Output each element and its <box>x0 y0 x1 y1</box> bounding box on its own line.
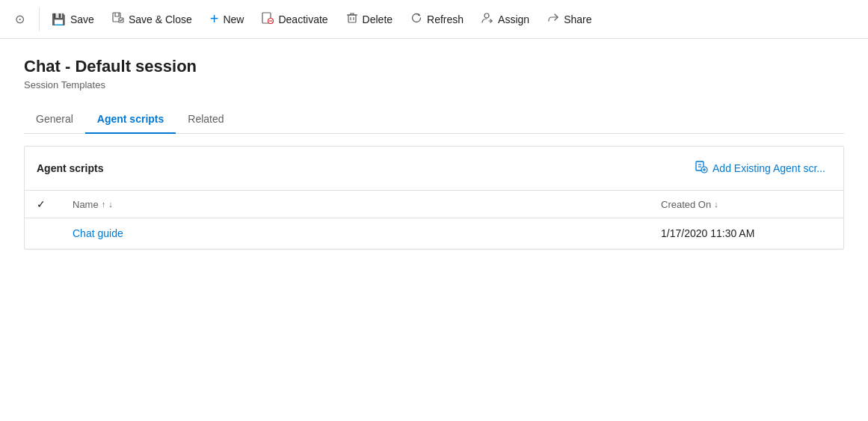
toolbar: ⊙ 💾 Save Save & Close + New <box>0 0 868 39</box>
table-header: ✓ Name ↑ ↓ Created On ↓ <box>25 191 843 218</box>
section-title: Agent scripts <box>37 162 103 174</box>
tab-general[interactable]: General <box>24 105 85 134</box>
assign-icon <box>481 12 493 26</box>
share-button[interactable]: Share <box>538 6 600 33</box>
save-label: Save <box>70 13 94 25</box>
add-existing-label: Add Existing Agent scr... <box>712 162 825 174</box>
page-content: Chat - Default session Session Templates… <box>0 39 868 250</box>
refresh-icon <box>410 12 422 26</box>
deactivate-button[interactable]: Deactivate <box>253 6 336 33</box>
delete-button[interactable]: Delete <box>337 6 401 33</box>
save-close-icon <box>112 12 124 26</box>
page-title: Chat - Default session <box>24 57 844 76</box>
save-button[interactable]: 💾 Save <box>43 6 103 33</box>
section-header: Agent scripts Add Existing Agent scr... <box>25 147 843 191</box>
save-close-label: Save & Close <box>129 13 192 25</box>
deactivate-label: Deactivate <box>278 13 327 25</box>
new-label: New <box>223 13 244 25</box>
new-icon: + <box>210 10 219 28</box>
row-created-on-cell: 1/17/2020 11:30 AM <box>649 218 843 249</box>
name-sort-desc-icon: ↓ <box>108 200 113 209</box>
back-button[interactable]: ⊙ <box>6 6 33 33</box>
delete-label: Delete <box>363 13 393 25</box>
tab-agent-scripts[interactable]: Agent scripts <box>85 105 176 134</box>
name-sort-asc-icon: ↑ <box>102 200 106 209</box>
share-icon <box>547 12 559 26</box>
col-header-check: ✓ <box>25 191 61 218</box>
refresh-label: Refresh <box>427 13 464 25</box>
page-subtitle: Session Templates <box>24 79 844 90</box>
svg-point-10 <box>484 13 489 18</box>
agent-scripts-section: Agent scripts Add Existing Agent scr... <box>24 146 844 250</box>
tab-related[interactable]: Related <box>176 105 236 134</box>
assign-label: Assign <box>498 13 529 25</box>
tab-bar: General Agent scripts Related <box>24 105 844 134</box>
share-label: Share <box>564 13 591 25</box>
col-header-name[interactable]: Name ↑ ↓ <box>61 191 649 218</box>
col-header-created-on[interactable]: Created On ↓ <box>649 191 843 218</box>
table-body: Chat guide 1/17/2020 11:30 AM <box>25 218 843 249</box>
created-on-sort-icon: ↓ <box>714 200 718 209</box>
new-button[interactable]: + New <box>201 6 253 33</box>
row-check-cell <box>25 218 61 249</box>
row-name-cell: Chat guide <box>61 218 649 249</box>
save-close-button[interactable]: Save & Close <box>103 6 201 33</box>
table-row: Chat guide 1/17/2020 11:30 AM <box>25 218 843 249</box>
toolbar-separator <box>39 7 40 31</box>
add-existing-icon <box>695 160 708 176</box>
add-existing-button[interactable]: Add Existing Agent scr... <box>689 157 831 179</box>
save-icon: 💾 <box>52 13 66 26</box>
chat-guide-link[interactable]: Chat guide <box>73 227 123 239</box>
delete-icon <box>346 12 358 26</box>
refresh-button[interactable]: Refresh <box>401 6 473 33</box>
check-all-icon: ✓ <box>37 198 46 210</box>
assign-button[interactable]: Assign <box>473 6 538 33</box>
deactivate-icon <box>262 12 274 26</box>
agent-scripts-table: ✓ Name ↑ ↓ Created On ↓ <box>25 191 843 249</box>
back-icon: ⊙ <box>15 12 25 26</box>
svg-rect-6 <box>348 15 356 22</box>
